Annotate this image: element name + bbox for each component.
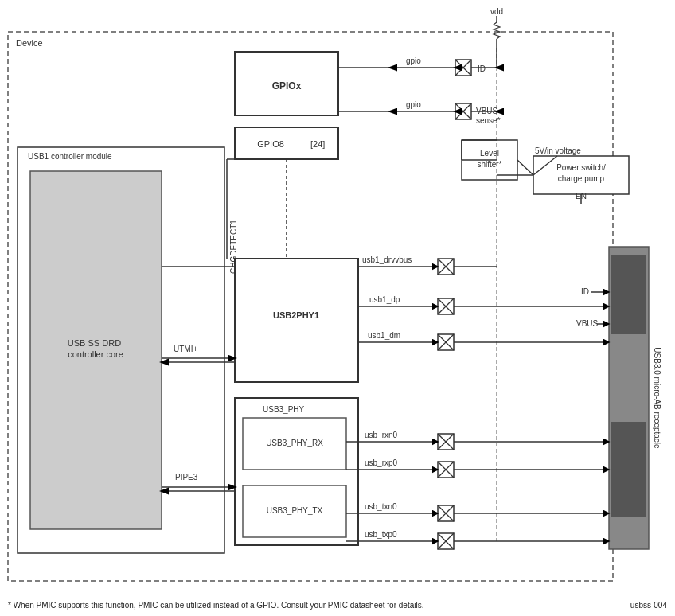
id-top-label: ID — [478, 64, 486, 73]
vbus-sense-label2: sense* — [476, 116, 501, 125]
ls-to-ps — [517, 160, 533, 175]
gpiox-label: GPIOx — [272, 80, 302, 92]
chgdetect1-label: CHGDETECT1 — [229, 220, 238, 274]
usb2phy1-label: USB2PHY1 — [273, 310, 319, 320]
gpio-bottom-label: gpio — [406, 100, 421, 109]
usb3-phy-tx-label: USB3_PHY_TX — [267, 506, 323, 515]
diagram-id: usbss-004 — [630, 601, 667, 610]
usb3-phy-rx-label: USB3_PHY_RX — [266, 439, 323, 447]
pipe3-label: PIPE3 — [175, 473, 198, 481]
footnote: * When PMIC supports this function, PMIC… — [8, 601, 423, 610]
id-connector-label: ID — [581, 287, 589, 296]
level-shifter-label2: shifter* — [477, 160, 501, 169]
usb-receptacle-top-contact — [611, 255, 646, 334]
usb2phy1-box — [235, 259, 358, 382]
usb-receptacle-label: USB3.0 micro-AB receptacle — [653, 347, 661, 449]
gpio8-label: GPIO8 — [257, 139, 284, 149]
utmi-label: UTMI+ — [174, 345, 197, 353]
usb1-dm-label: usb1_dm — [368, 331, 400, 340]
usb1-dp-label: usb1_dp — [369, 295, 400, 304]
device-label: Device — [16, 38, 43, 48]
usb1-drvvbus-label: usb1_drvvbus — [362, 255, 412, 264]
vdd-label: vdd — [490, 7, 503, 16]
usb-txn0-label: usb_txn0 — [365, 502, 397, 511]
diagram-container: Device USB1 controller module USB SS DRD… — [0, 0, 675, 616]
resistor-symbol — [494, 22, 500, 39]
gpio8-bracket: [24] — [310, 139, 325, 149]
power-switch-label2: charge pump — [558, 174, 605, 183]
power-switch-label1: Power switch/ — [556, 163, 606, 172]
5v-voltage-label: 5V/in voltage — [535, 146, 581, 155]
vbus-connector-label: VBUS — [576, 319, 599, 328]
usb-rxp0-label: usb_rxp0 — [365, 458, 398, 467]
level-shifter-label: Level — [480, 149, 499, 158]
usb-txp0-label: usb_txp0 — [365, 530, 397, 539]
usb-receptacle-bottom-contact — [611, 422, 646, 517]
usb3-phy-label: USB3_PHY — [263, 405, 305, 414]
gpio-top-label: gpio — [406, 57, 421, 65]
usb1-controller-label: USB1 controller module — [28, 152, 112, 161]
usb-rxn0-label: usb_rxn0 — [365, 431, 398, 439]
